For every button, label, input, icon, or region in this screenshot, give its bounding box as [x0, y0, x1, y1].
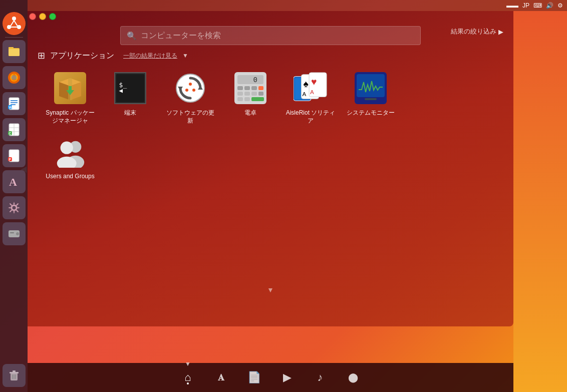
sidebar-icon-calc[interactable]: C — [3, 118, 26, 141]
sidebar-icon-settings[interactable] — [3, 196, 26, 219]
nav-video[interactable]: ▶ — [278, 368, 296, 386]
svg-text:P: P — [9, 158, 11, 161]
sidebar-icon-drive[interactable] — [3, 222, 26, 245]
apps-section-header: ⊞ アプリケーション 一部の結果だけ見る ▼ — [38, 50, 503, 61]
app-icon-sysmon — [354, 71, 388, 105]
app-item-users-groups[interactable]: Users and Groups — [43, 131, 98, 185]
app-item-terminal[interactable]: $_ 端末 — [103, 67, 158, 129]
search-bar-container: 🔍 結果の絞り込み ▶ — [28, 11, 513, 45]
app-icon-synaptic — [53, 71, 87, 105]
svg-rect-82 — [365, 98, 377, 100]
see-more-link[interactable]: 一部の結果だけ見る — [123, 52, 177, 60]
app-grid: Synaptic パッケージマネージャ $_ 端末 — [38, 67, 503, 129]
svg-rect-69 — [244, 97, 250, 101]
svg-text:A: A — [310, 89, 314, 95]
nav-music[interactable]: ♪ — [311, 368, 329, 386]
sidebar-icon-files[interactable] — [3, 40, 26, 63]
svg-point-31 — [16, 232, 19, 235]
app-item-synaptic[interactable]: Synaptic パッケージマネージャ — [43, 67, 98, 129]
svg-rect-32 — [10, 232, 14, 233]
app-label-sysmon: システムモニター — [347, 109, 395, 117]
svg-rect-8 — [9, 49, 20, 56]
sidebar-icon-firefox[interactable] — [3, 66, 26, 89]
app-label-terminal: 端末 — [124, 109, 136, 117]
see-more-arrow[interactable]: ▼ — [182, 52, 188, 59]
app-icon-users-groups — [53, 135, 87, 169]
svg-rect-45 — [69, 86, 72, 91]
nav-photo[interactable]: ⬤ — [344, 368, 362, 386]
apps-section-title: アプリケーション — [50, 51, 114, 61]
sidebar-ubuntu-button[interactable] — [3, 12, 26, 35]
svg-point-1 — [12, 17, 16, 21]
svg-rect-35 — [13, 370, 16, 372]
volume-icon[interactable]: 🔊 — [546, 2, 553, 9]
sidebar-icon-trash[interactable] — [3, 364, 26, 387]
app-icon-calculator: 0 — [233, 71, 267, 105]
app-icon-terminal: $_ — [113, 71, 147, 105]
nav-arrow-indicator: ▼ — [185, 360, 191, 367]
sidebar-icon-writer[interactable]: W — [3, 92, 26, 115]
app-grid-row2: Users and Groups — [38, 131, 503, 185]
sidebar-icon-font[interactable]: A — [3, 170, 26, 193]
maximize-button[interactable] — [49, 13, 56, 20]
app-item-aisleriot[interactable]: ♠ A ♥ A AisleRiot ソリティア — [283, 67, 338, 129]
svg-text:C: C — [9, 132, 11, 135]
svg-rect-34 — [10, 372, 19, 373]
svg-rect-70 — [251, 97, 264, 101]
svg-rect-16 — [11, 104, 16, 105]
nav-container: ▼ ⌂ — [179, 368, 197, 386]
filter-button[interactable]: 結果の絞り込み ▶ — [451, 27, 503, 36]
app-icon-aisleriot: ♠ A ♥ A — [294, 71, 328, 105]
app-item-update[interactable]: ソフトウェアの更新 — [163, 67, 218, 129]
svg-text:A: A — [302, 91, 306, 97]
svg-point-56 — [192, 89, 195, 92]
svg-rect-62 — [251, 86, 257, 90]
sidebar-icon-impress[interactable]: P — [3, 144, 26, 167]
right-panel — [513, 11, 567, 392]
svg-rect-60 — [237, 86, 243, 90]
svg-point-54 — [189, 83, 192, 86]
svg-rect-15 — [11, 102, 18, 103]
top-bar: ▬▬ JP ⌨ 🔊 ⚙ — [28, 0, 567, 11]
apps-section: ⊞ アプリケーション 一部の結果だけ見る ▼ — [28, 45, 513, 185]
keyboard-indicator[interactable]: ⌨ — [533, 2, 542, 9]
app-label-calculator: 電卓 — [244, 109, 256, 117]
svg-text:W: W — [9, 106, 12, 109]
settings-icon[interactable]: ⚙ — [557, 2, 563, 9]
svg-text:♠: ♠ — [303, 78, 308, 89]
svg-rect-63 — [258, 86, 263, 90]
scroll-indicator: ▼ — [267, 286, 274, 294]
app-label-update: ソフトウェアの更新 — [165, 109, 216, 125]
svg-rect-58 — [237, 75, 263, 84]
language-indicator[interactable]: JP — [522, 2, 529, 9]
app-label-aisleriot: AisleRiot ソリティア — [285, 109, 336, 125]
search-icon: 🔍 — [127, 31, 137, 41]
search-input[interactable] — [141, 31, 414, 40]
svg-rect-66 — [251, 92, 257, 96]
svg-point-55 — [185, 89, 188, 92]
svg-rect-14 — [11, 100, 18, 101]
minimize-button[interactable] — [39, 13, 46, 20]
svg-text:$_: $_ — [119, 81, 127, 89]
sidebar-divider-1 — [5, 37, 23, 38]
nav-home[interactable]: ⌂ — [179, 368, 197, 386]
svg-rect-9 — [9, 47, 14, 49]
app-icon-update — [173, 71, 207, 105]
svg-text:0: 0 — [253, 76, 257, 84]
svg-rect-64 — [237, 92, 243, 96]
window-controls — [29, 13, 56, 20]
search-bar[interactable]: 🔍 — [120, 26, 421, 45]
svg-text:♥: ♥ — [311, 76, 317, 87]
svg-rect-68 — [237, 97, 243, 101]
battery-indicator: ▬▬ — [506, 2, 518, 9]
close-button[interactable] — [29, 13, 36, 20]
nav-files[interactable]: 📄 — [245, 368, 263, 386]
nav-apps[interactable]: 𝐀 — [212, 368, 230, 386]
app-label-synaptic: Synaptic パッケージマネージャ — [45, 109, 96, 125]
svg-rect-67 — [258, 92, 263, 96]
app-item-sysmon[interactable]: システムモニター — [343, 67, 398, 129]
svg-text:A: A — [9, 176, 17, 188]
app-item-calculator[interactable]: 0 — [223, 67, 278, 129]
svg-point-85 — [61, 142, 73, 154]
svg-point-29 — [12, 205, 17, 210]
